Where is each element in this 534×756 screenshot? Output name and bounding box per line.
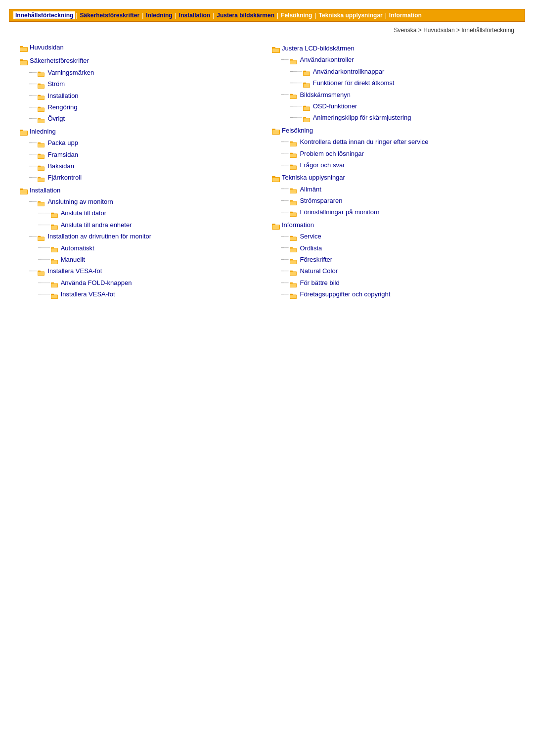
svg-rect-47	[51, 226, 57, 229]
link-sakerhet[interactable]: Säkerhetsföreskrifter	[30, 55, 89, 66]
link-framsidan[interactable]: Framsidan	[47, 149, 78, 160]
link-inst-driv[interactable]: Installation av drivrutinen för monitor	[47, 231, 151, 242]
link-kontrollera[interactable]: Kontrollera detta innan du ringer efter …	[300, 136, 428, 147]
tree-item-inst-driv: ········ Installation av drivrutinen för…	[20, 231, 262, 242]
link-battre[interactable]: För bättre bild	[300, 277, 339, 288]
svg-rect-62	[51, 284, 57, 287]
link-installation[interactable]: Installation	[30, 185, 60, 196]
link-forinstall[interactable]: Förinställningar på monitorn	[300, 206, 379, 218]
link-bildskarmsmeny[interactable]: Bildskärmsmenyn	[300, 89, 351, 100]
link-tekniska[interactable]: Tekniska upplysningar	[282, 172, 345, 183]
nav-item-justera[interactable]: Justera bildskärmen	[215, 11, 276, 19]
tree-item-battre: ········ För bättre bild	[272, 277, 514, 288]
link-information[interactable]: Information	[282, 219, 314, 231]
link-auto[interactable]: Automatiskt	[61, 242, 94, 254]
link-anvknappar[interactable]: Användarkontrollknappar	[313, 66, 385, 77]
svg-rect-29	[38, 155, 44, 158]
folder-icon	[20, 57, 28, 64]
link-osd[interactable]: OSD-funktioner	[313, 100, 357, 112]
link-ansluta-dator[interactable]: Ansluta till dator	[61, 207, 107, 219]
main-content: Huvudsidan Säkerhetsföreskrifter ·······…	[0, 42, 534, 300]
svg-rect-31	[38, 165, 41, 167]
svg-rect-67	[272, 47, 275, 48]
link-direkt[interactable]: Funktioner för direkt åtkomst	[313, 77, 395, 89]
tree-item-allm: ········ Allmänt	[272, 184, 514, 195]
folder-icon	[51, 291, 59, 298]
nav-item-innehall[interactable]: Innehållsförteckning	[13, 11, 75, 19]
svg-rect-95	[290, 154, 296, 157]
link-inledning[interactable]: Inledning	[30, 126, 56, 137]
link-allm[interactable]: Allmänt	[300, 184, 321, 195]
link-manuell[interactable]: Manuellt	[61, 254, 85, 265]
link-fjarr[interactable]: Fjärrkontroll	[47, 172, 82, 183]
nav-item-installation[interactable]: Installation	[177, 11, 212, 19]
link-fragor[interactable]: Frågor och svar	[300, 159, 345, 171]
folder-icon	[38, 174, 45, 181]
link-animering[interactable]: Animeringsklipp för skärmjustering	[313, 112, 411, 123]
svg-rect-131	[290, 295, 296, 298]
tree-item-fold: ············ Använda FOLD-knappen	[20, 277, 262, 288]
svg-rect-100	[272, 176, 275, 178]
link-stromspar[interactable]: Strömspararen	[300, 195, 342, 206]
link-fold[interactable]: Använda FOLD-knappen	[61, 277, 132, 288]
nav-item-tekniska[interactable]: Tekniska upplysningar	[317, 11, 385, 19]
svg-rect-11	[38, 85, 44, 88]
nav-item-felsokning[interactable]: Felsökning	[279, 11, 314, 19]
nav-item-information[interactable]: Information	[387, 11, 424, 19]
tree-item-root: Huvudsidan	[20, 42, 262, 53]
link-vesa-fot[interactable]: Installera VESA-fot	[47, 265, 102, 277]
svg-rect-14	[38, 96, 44, 100]
tree-item-problem: ········ Problem och lösningar	[272, 148, 514, 159]
tree-item-felsokning: Felsökning	[272, 125, 514, 136]
svg-rect-61	[51, 282, 54, 284]
link-inst-sak[interactable]: Installation	[47, 90, 78, 101]
link-foretag[interactable]: Företagsuppgifter och copyright	[300, 288, 390, 300]
connector: ············	[38, 289, 50, 299]
svg-rect-26	[38, 143, 44, 147]
folder-icon	[290, 186, 298, 192]
link-justera[interactable]: Justera LCD-bildskärmen	[282, 43, 355, 54]
svg-rect-127	[290, 282, 293, 284]
link-varnin[interactable]: Varningsmärken	[47, 67, 94, 78]
link-natural[interactable]: Natural Color	[300, 265, 338, 277]
link-vesa-fot2[interactable]: Installera VESA-fot	[61, 288, 115, 300]
connector: ············	[38, 243, 50, 253]
nav-sep-6: |	[314, 12, 316, 19]
svg-rect-119	[290, 249, 296, 252]
link-reng[interactable]: Rengöring	[47, 101, 77, 113]
svg-rect-32	[38, 167, 44, 170]
link-problem[interactable]: Problem och lösningar	[300, 148, 363, 159]
connector: ········	[29, 79, 37, 89]
svg-rect-16	[38, 106, 41, 108]
link-service[interactable]: Service	[300, 231, 321, 242]
link-baksidan[interactable]: Baksidan	[47, 160, 74, 172]
folder-icon	[290, 280, 298, 286]
link-anslutning[interactable]: Anslutning av monitorn	[47, 196, 113, 207]
link-foreskrifter[interactable]: Föreskrifter	[300, 254, 332, 265]
tree-item-justera: Justera LCD-bildskärmen	[272, 43, 514, 54]
connector: ········	[281, 196, 289, 206]
link-strom[interactable]: Ström	[47, 78, 65, 90]
svg-rect-59	[38, 272, 44, 275]
svg-rect-89	[272, 130, 279, 134]
link-ordlista[interactable]: Ordlista	[300, 242, 322, 254]
svg-rect-115	[290, 236, 293, 237]
tree-item-ordlista: ········ Ordlista	[272, 242, 514, 254]
svg-rect-13	[38, 95, 41, 96]
link-ansluta-andra[interactable]: Ansluta till andra enheter	[61, 219, 132, 231]
link-anvkontroll[interactable]: Användarkontroller	[300, 54, 354, 65]
link-huvudsidan[interactable]: Huvudsidan	[30, 42, 64, 53]
connector: ········	[281, 137, 289, 147]
svg-rect-55	[51, 259, 54, 260]
nav-item-sakerhet[interactable]: Säkerhetsföreskrifter	[78, 11, 141, 19]
connector: ········	[281, 266, 289, 276]
tree-item-framsidan: ········ Framsidan	[20, 149, 262, 160]
folder-icon	[38, 104, 45, 111]
link-felsokning[interactable]: Felsökning	[282, 125, 313, 136]
nav-sep-7: |	[385, 12, 387, 19]
tree-item-fjarr: ········ Fjärrkontroll	[20, 172, 262, 183]
folder-icon	[51, 244, 59, 251]
link-ovrigt[interactable]: Övrigt	[47, 113, 65, 124]
link-packa[interactable]: Packa upp	[47, 137, 78, 148]
nav-item-inledning[interactable]: Inledning	[144, 11, 174, 19]
